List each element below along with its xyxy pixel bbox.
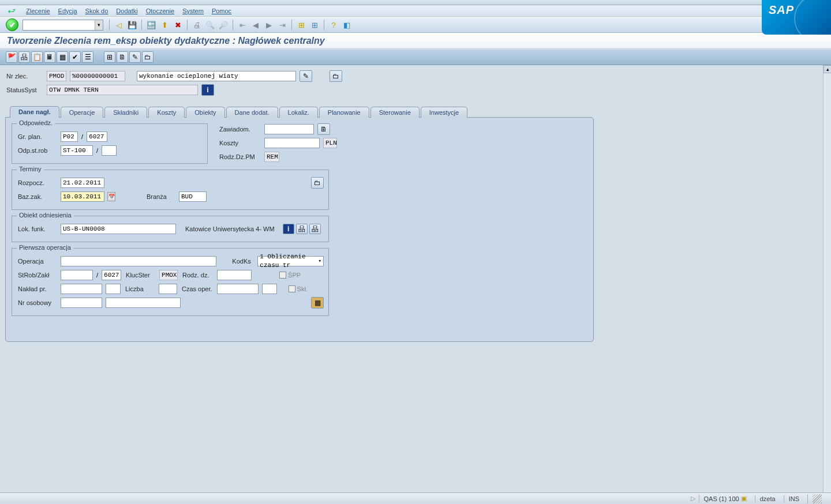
czas-oper-label: Czas oper. — [181, 285, 214, 292]
tab-skladniki[interactable]: Składniki — [104, 107, 147, 118]
nr-osobowy-1-input[interactable] — [61, 298, 102, 308]
rozpocz-input[interactable] — [61, 178, 104, 188]
save-icon[interactable]: 💾 — [126, 19, 138, 31]
scroll-up-icon[interactable]: ▴ — [823, 65, 831, 73]
last-page-icon[interactable]: ⇥ — [276, 19, 288, 31]
at-check-icon[interactable]: ✔ — [69, 51, 81, 63]
rodz-dz-pm-label: Rodz.Dz.PM — [218, 153, 261, 160]
help-icon[interactable]: ? — [328, 19, 339, 31]
klucster-label: KlucSter — [125, 272, 156, 279]
status-label: StatusSyst — [5, 86, 43, 93]
gr-plan-2-input[interactable] — [87, 131, 107, 142]
first-page-icon[interactable]: ⇤ — [237, 19, 248, 31]
open-folder-icon[interactable]: 🗀 — [330, 70, 342, 82]
lok-info-icon[interactable]: i — [283, 224, 294, 234]
terminy-folder-icon[interactable]: 🗀 — [311, 177, 324, 189]
statusbar: ▷ QAS (1) 100 ▣ dzeta INS — [0, 492, 831, 504]
layout-icon[interactable]: ◧ — [341, 19, 353, 31]
menu-zlecenie[interactable]: Zlecenie — [26, 7, 50, 14]
command-dropdown-icon[interactable]: ▾ — [95, 20, 103, 30]
tab-koszty[interactable]: Koszty — [148, 107, 185, 118]
spp-checkbox[interactable]: ŚPP — [279, 272, 301, 279]
at-pencil-icon[interactable]: ✎ — [129, 51, 141, 63]
at-grid-icon[interactable]: ▦ — [57, 51, 68, 63]
czas-1-input[interactable] — [217, 284, 259, 294]
tab-planowanie[interactable]: Planowanie — [319, 107, 369, 118]
back-icon[interactable]: 🔙 — [145, 19, 157, 31]
date-picker-icon[interactable]: 📅 — [107, 192, 115, 201]
at-struct-icon[interactable]: 品 — [18, 51, 30, 63]
content-area: Nr zlec. PMOD %00000000001 ✎ 🗀 StatusSys… — [0, 65, 823, 504]
cancel-icon[interactable]: ✖ — [172, 19, 184, 31]
at-list-icon[interactable]: ☰ — [82, 51, 93, 63]
rodz-dz-pm-value: REM — [264, 152, 279, 162]
liczba-input[interactable] — [159, 284, 177, 294]
tab-obiekty[interactable]: Obiekty — [186, 107, 224, 118]
czas-2-input[interactable] — [262, 284, 277, 294]
tab-operacje[interactable]: Operacje — [61, 107, 104, 118]
strob-1-input[interactable] — [61, 270, 93, 280]
liczba-label: Liczba — [124, 285, 155, 292]
naklad-2-input[interactable] — [106, 284, 121, 294]
odp-strob-2-input[interactable] — [102, 145, 117, 156]
tab-lokaliz[interactable]: Lokaliz. — [279, 107, 318, 118]
menu-otoczenie[interactable]: Otoczenie — [146, 7, 175, 14]
rodz-dz-input[interactable] — [217, 270, 252, 280]
tab-dane-dodat[interactable]: Dane dodat. — [226, 107, 278, 118]
at-calc-icon[interactable]: 🖩 — [44, 51, 55, 63]
print-icon[interactable]: 🖨 — [191, 19, 203, 31]
find-next-icon[interactable]: 🔎 — [218, 19, 229, 31]
strob-2-input[interactable] — [102, 270, 121, 280]
enter-icon[interactable]: ✔ — [6, 18, 18, 31]
back-arrow-icon[interactable]: ◁ — [113, 19, 125, 31]
command-field[interactable]: ▾ — [23, 20, 103, 31]
at-hier-icon[interactable]: ⊞ — [104, 51, 115, 63]
naklad-label: Nakład pr. — [17, 285, 57, 292]
skl-checkbox[interactable]: Skł. — [289, 285, 308, 292]
menu-return-icon[interactable]: ⮐ — [8, 6, 16, 15]
next-page-icon[interactable]: ▶ — [263, 19, 275, 31]
status-arrow-icon[interactable]: ▷ — [691, 495, 695, 502]
lok-funk-label: Lok. funk. — [17, 225, 57, 232]
menu-pomoc[interactable]: Pomoc — [212, 7, 231, 14]
operacja-input[interactable] — [61, 256, 216, 266]
zawiadom-doc-icon[interactable]: 🗎 — [317, 123, 330, 135]
koszty-input[interactable] — [264, 138, 320, 148]
naklad-1-input[interactable] — [61, 284, 102, 294]
exit-icon[interactable]: ⬆ — [159, 19, 170, 31]
at-detail-icon[interactable]: 🗎 — [117, 51, 128, 63]
prev-page-icon[interactable]: ◀ — [250, 19, 261, 31]
info-icon[interactable]: i — [201, 84, 214, 96]
at-folder-icon[interactable]: 🗀 — [142, 51, 154, 63]
tab-inwestycje[interactable]: Inwestycje — [421, 107, 467, 118]
menu-skok-do[interactable]: Skok do — [85, 7, 108, 14]
baz-zak-input[interactable] — [61, 191, 104, 202]
panel-pierwsza-title: Pierwsza operacja — [17, 244, 73, 251]
edit-desc-icon[interactable]: ✎ — [300, 70, 312, 82]
lok-hier-icon[interactable]: 品 — [309, 224, 321, 234]
new-session-icon[interactable]: ⊞ — [295, 19, 307, 31]
nr-osobowy-2-input[interactable] — [106, 298, 181, 308]
resize-grip-icon[interactable] — [813, 494, 822, 503]
branza-input[interactable] — [179, 191, 207, 202]
odp-strob-1-input[interactable] — [61, 145, 93, 156]
nr-zlec-desc-input[interactable] — [137, 71, 296, 81]
shortcut-icon[interactable]: ⊞ — [309, 19, 320, 31]
menu-system[interactable]: System — [182, 7, 204, 14]
find-icon[interactable]: 🔍 — [204, 19, 216, 31]
menu-dodatki[interactable]: Dodatki — [116, 7, 137, 14]
vertical-scrollbar[interactable]: ▴ ▾ — [823, 65, 831, 504]
tabstrip: Dane nagł. Operacje Składniki Koszty Obi… — [10, 104, 818, 117]
tab-dane-nagl[interactable]: Dane nagł. — [10, 106, 59, 118]
pierwsza-detail-icon[interactable]: ▦ — [311, 297, 324, 309]
tab-sterowanie[interactable]: Sterowanie — [370, 107, 420, 118]
at-flag-icon[interactable]: 🚩 — [6, 51, 17, 63]
zawiadom-input[interactable] — [264, 124, 314, 134]
gr-plan-1-input[interactable] — [61, 131, 78, 142]
app-toolbar: 🚩 品 📋 🖩 ▦ ✔ ☰ ⊞ 🗎 ✎ 🗀 — [0, 49, 831, 65]
kodks-select[interactable]: 1 Obliczanie czasu tr▾ — [257, 256, 324, 266]
lok-struct-icon[interactable]: 品 — [296, 224, 308, 234]
lok-funk-input[interactable] — [61, 224, 176, 234]
at-doc-icon[interactable]: 📋 — [31, 51, 43, 63]
menu-edycja[interactable]: Edycja — [58, 7, 77, 14]
